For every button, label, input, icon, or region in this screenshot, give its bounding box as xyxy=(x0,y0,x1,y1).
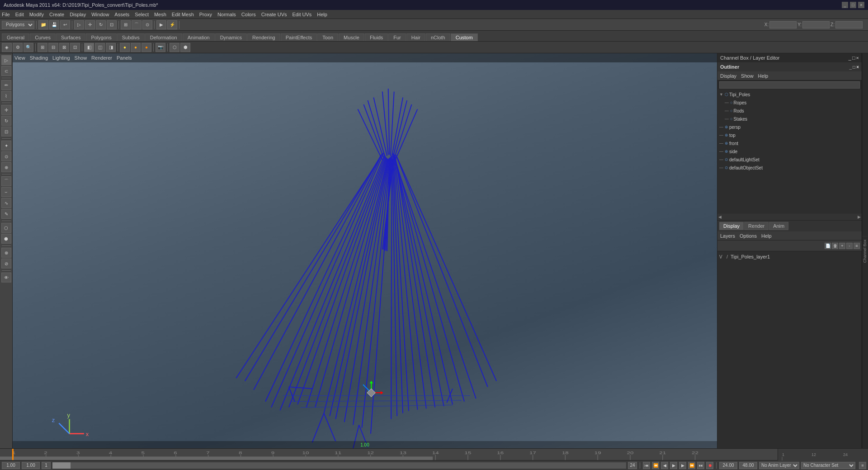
transport-current-frame[interactable] xyxy=(22,462,40,469)
transport-anim-layer-select[interactable]: No Anim Layer xyxy=(759,462,799,469)
tree-expand-tipi[interactable]: ▼ xyxy=(719,92,725,97)
move-tool-btn[interactable]: ✛ xyxy=(1,105,11,115)
tb2-snap2[interactable]: ⬢ xyxy=(180,43,190,52)
tb2-camera-btn[interactable]: 📷 xyxy=(156,43,165,52)
wire-btn[interactable]: ◫ xyxy=(95,43,105,52)
viewport[interactable]: View Shading Lighting Show Renderer Pane… xyxy=(13,53,717,448)
ep-curve-btn[interactable]: ⌣ xyxy=(1,187,11,197)
tab-dynamics[interactable]: Dynamics xyxy=(215,33,247,41)
tree-item-rods[interactable]: — ○ Rods xyxy=(717,107,862,115)
tree-item-front[interactable]: — ⊕ front xyxy=(717,139,862,147)
transport-marker1[interactable] xyxy=(42,462,51,469)
snap-point-btn[interactable]: ⊙ xyxy=(142,20,152,29)
tree-expand-ropes[interactable]: — xyxy=(725,100,730,105)
scale-tool-btn[interactable]: ⊡ xyxy=(1,127,11,136)
viewport-menu-shading[interactable]: Shading xyxy=(30,55,48,61)
tb2-btn4[interactable]: ⊞ xyxy=(38,43,47,52)
layer-menu-layers[interactable]: Layers xyxy=(720,233,735,239)
joint-btn[interactable]: ⊗ xyxy=(1,248,11,258)
tab-muscle[interactable]: Muscle xyxy=(339,33,364,41)
layer-tab-anim[interactable]: Anim xyxy=(769,222,788,230)
tree-expand-rods[interactable]: — xyxy=(725,108,730,113)
menu-item-select[interactable]: Select xyxy=(135,12,149,17)
menu-item-window[interactable]: Window xyxy=(91,12,109,17)
light1-btn[interactable]: ● xyxy=(120,43,130,52)
tree-item-side[interactable]: — ⊕ side xyxy=(717,147,862,155)
transport-anim-end[interactable] xyxy=(719,462,737,469)
select-btn[interactable]: ▷ xyxy=(74,20,84,29)
layer-tab-display[interactable]: Display xyxy=(719,222,744,230)
viewport-menu-lighting[interactable]: Lighting xyxy=(52,55,70,61)
menu-item-file[interactable]: File xyxy=(2,12,10,17)
outliner-close[interactable]: × xyxy=(856,65,859,70)
tree-item-ropes[interactable]: — ○ Ropes xyxy=(717,99,862,107)
tb2-btn2[interactable]: ⚙ xyxy=(13,43,23,52)
subdiv-btn[interactable]: ⬢ xyxy=(1,234,11,244)
smooth-shade-btn[interactable]: ◧ xyxy=(84,43,94,52)
x-coord-input[interactable] xyxy=(769,21,797,28)
rotate-tool-btn[interactable]: ↻ xyxy=(1,116,11,126)
tab-fluids[interactable]: Fluids xyxy=(365,33,388,41)
light2-btn[interactable]: ● xyxy=(131,43,141,52)
menu-item-help[interactable]: Help xyxy=(317,12,327,17)
tree-item-top[interactable]: — ⊕ top xyxy=(717,131,862,139)
tab-fur[interactable]: Fur xyxy=(388,33,406,41)
transport-next-frame[interactable]: ⏩ xyxy=(688,462,695,469)
menu-item-create[interactable]: Create xyxy=(49,12,64,17)
tb2-btn3[interactable]: 🔍 xyxy=(24,43,33,52)
soft-mod-btn[interactable]: ⊙ xyxy=(1,151,11,161)
tree-expand-objectset[interactable]: — xyxy=(719,165,725,170)
menu-item-modify[interactable]: Modify xyxy=(29,12,44,17)
transport-marker2[interactable] xyxy=(628,462,637,469)
delete-layer-btn[interactable]: 🗑 xyxy=(832,243,838,249)
sculpt-btn[interactable]: ⌇ xyxy=(1,91,11,101)
render-btn[interactable]: ▶ xyxy=(156,20,166,29)
membership-btn[interactable]: + xyxy=(839,243,845,249)
rotate-btn[interactable]: ↻ xyxy=(96,20,106,29)
transport-range-bar[interactable] xyxy=(52,462,626,469)
tree-item-defaultlightset[interactable]: — ⊙ defaultLightSet xyxy=(717,155,862,164)
view-btn[interactable]: 👁 xyxy=(1,273,11,282)
layer-menu-help[interactable]: Help xyxy=(761,233,772,239)
tb2-snap1[interactable]: ⬡ xyxy=(170,43,179,52)
menu-item-edit-uvs[interactable]: Edit UVs xyxy=(292,12,312,17)
tree-expand-stakes[interactable]: — xyxy=(725,117,730,121)
ik-btn[interactable]: ⊘ xyxy=(1,258,11,268)
layer-row[interactable]: V / Tipi_Poles_layer1 xyxy=(719,252,860,261)
tree-expand-top[interactable]: — xyxy=(719,133,725,137)
layer-menu-options[interactable]: Options xyxy=(740,233,757,239)
channel-box-tab[interactable]: Channel Box xyxy=(862,236,868,266)
menu-item-assets[interactable]: Assets xyxy=(114,12,129,17)
tab-surfaces[interactable]: Surfaces xyxy=(56,33,85,41)
z-coord-input[interactable] xyxy=(835,21,863,28)
bezier-btn[interactable]: ∿ xyxy=(1,198,11,208)
outliner-menu-show[interactable]: Show xyxy=(741,73,754,79)
select-tool-btn[interactable]: ▷ xyxy=(1,55,11,65)
close-btn[interactable]: × xyxy=(858,2,864,8)
tb2-btn1[interactable]: ◈ xyxy=(2,43,12,52)
outliner-scrollbar[interactable]: ◀ ▶ xyxy=(717,214,862,220)
tree-item-stakes[interactable]: — ○ Stakes xyxy=(717,115,862,123)
outliner-menu-help[interactable]: Help xyxy=(758,73,769,79)
snap-curve-btn[interactable]: ⌒ xyxy=(132,20,142,29)
menu-item-display[interactable]: Display xyxy=(70,12,86,17)
ipr-btn[interactable]: ⚡ xyxy=(167,20,177,29)
tree-item-tipi-poles[interactable]: ▼ ⬡ Tipi_Poles xyxy=(717,90,862,99)
tab-animation[interactable]: Animation xyxy=(183,33,215,41)
new-layer-btn[interactable]: 📄 xyxy=(825,243,831,249)
y-coord-input[interactable] xyxy=(802,21,830,28)
cb-close-btn[interactable]: × xyxy=(856,55,859,61)
tab-subdivs[interactable]: Subdivs xyxy=(117,33,145,41)
cb-maximize-btn[interactable]: □ xyxy=(852,55,855,61)
open-btn[interactable]: 📁 xyxy=(38,20,48,29)
pencil-btn[interactable]: ✎ xyxy=(1,209,11,219)
menu-item-edit-mesh[interactable]: Edit Mesh xyxy=(172,12,194,17)
viewport-menu-renderer[interactable]: Renderer xyxy=(91,55,112,61)
outliner-minimize[interactable]: _ xyxy=(849,65,852,70)
paint-btn[interactable]: ✏ xyxy=(1,80,11,90)
transport-goto-start[interactable]: ⏮ xyxy=(643,462,650,469)
tb2-btn5[interactable]: ⊟ xyxy=(48,43,58,52)
tab-general[interactable]: General xyxy=(2,33,29,41)
cv-curve-btn[interactable]: ⌒ xyxy=(1,176,11,186)
transport-goto-end[interactable]: ⏭ xyxy=(697,462,704,469)
